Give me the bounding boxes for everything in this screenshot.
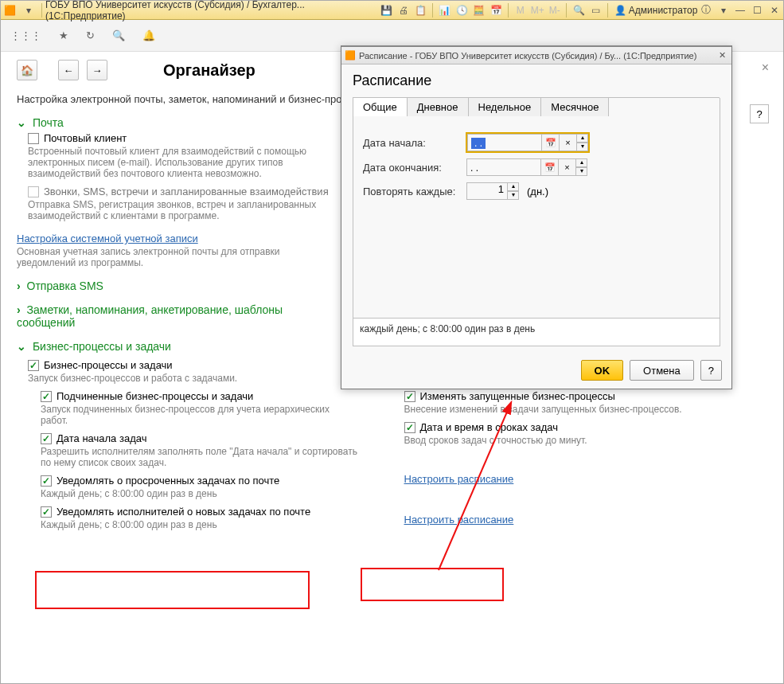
minimize-icon[interactable]: — — [733, 3, 747, 18]
help-button[interactable]: ? — [750, 104, 769, 123]
sched-new: Каждый день; с 8:00:00 один раз в день — [41, 519, 380, 530]
label-repeat: Повторять каждые: — [363, 186, 458, 197]
desc-sub-bp: Запуск подчиненных бизнес-процессов для … — [41, 404, 359, 426]
tab-monthly[interactable]: Месячное — [540, 97, 609, 116]
forward-button[interactable]: → — [87, 60, 107, 80]
label-notify-overdue: Уведомлять о просроченных задачах по поч… — [57, 475, 279, 487]
calculator-icon[interactable]: 🧮 — [472, 3, 486, 18]
stats-icon[interactable]: 📊 — [438, 3, 451, 18]
checkbox-mail-client[interactable] — [28, 133, 39, 144]
dialog-close-icon[interactable]: ✕ — [716, 49, 728, 62]
history-icon[interactable]: ↻ — [86, 29, 95, 41]
tab-weekly[interactable]: Недельное — [468, 97, 542, 116]
checkbox-bp-enable[interactable] — [28, 360, 39, 371]
close-icon[interactable]: ✕ — [767, 3, 781, 18]
dialog-window-title: Расписание - ГОБУ ВПО Университет искусс… — [359, 51, 716, 61]
save-disk-icon[interactable]: 💾 — [380, 3, 393, 18]
window-title: ГОБУ ВПО Университет искусств (Субсидия)… — [45, 0, 378, 21]
dialog-title: Расписание — [353, 72, 720, 89]
desc-other-interact: Отправка SMS, регистрация звонков, встре… — [28, 199, 346, 221]
calendar-picker-icon[interactable]: 📅 — [541, 158, 559, 176]
label-sub-bp: Подчиненные бизнес-процессы и задачи — [57, 390, 253, 402]
grid-icon[interactable]: ⋮⋮⋮ — [10, 29, 41, 41]
link-configure-schedule-1[interactable]: Настроить расписание — [404, 473, 514, 485]
spinner[interactable]: ▴▾ — [508, 182, 519, 200]
page-icon[interactable]: ▭ — [589, 3, 603, 18]
link-system-account[interactable]: Настройка системной учетной записи — [17, 233, 198, 244]
start-date-input-wrap: . . 📅 × ▴▾ — [466, 133, 589, 152]
user-icon[interactable]: 👤 — [613, 3, 626, 18]
label-start-date: Дата начала: — [363, 137, 458, 149]
schedule-summary: каждый день; с 8:00:00 один раз в день — [353, 318, 720, 346]
desc-change-bp: Внесение изменений в задачи запущенных б… — [404, 404, 723, 415]
repeat-unit: (дн.) — [527, 186, 548, 197]
desc-system-account: Основная учетная запись электронной почт… — [17, 246, 335, 268]
ok-button[interactable]: OK — [581, 360, 624, 381]
repeat-input-wrap: 1 ▴▾ — [466, 182, 519, 200]
checkbox-start-date[interactable] — [41, 433, 52, 444]
checkbox-change-bp[interactable] — [404, 391, 415, 402]
dialog-app-icon: 🟧 — [345, 50, 356, 61]
bell-icon[interactable]: 🔔 — [142, 29, 155, 41]
spinner[interactable]: ▴▾ — [576, 158, 587, 176]
label-mail-client: Почтовый клиент — [44, 132, 127, 144]
clear-icon[interactable]: × — [559, 158, 576, 176]
label-bp-enable: Бизнес-процессы и задачи — [44, 359, 173, 371]
label-end-date: Дата окончания: — [363, 162, 458, 174]
maximize-icon[interactable]: ☐ — [751, 3, 764, 18]
label-notify-new: Уведомлять исполнителей о новых задачах … — [57, 506, 310, 518]
checkbox-datetime[interactable] — [404, 422, 415, 433]
dropdown-icon[interactable]: ▾ — [21, 3, 35, 18]
chevron-down-icon: ⌄ — [17, 340, 26, 353]
section-notes[interactable]: › Заметки, напоминания, анкетирование, ш… — [17, 303, 327, 329]
checkbox-notify-new[interactable] — [41, 506, 52, 518]
link-configure-schedule-2[interactable]: Настроить расписание — [404, 514, 514, 526]
schedule-dialog: 🟧 Расписание - ГОБУ ВПО Университет иску… — [341, 45, 732, 389]
desc-bp-enable: Запуск бизнес-процессов и работа с задач… — [28, 373, 346, 384]
chevron-right-icon: › — [17, 279, 21, 292]
m-minus-icon: M- — [548, 3, 561, 18]
desc-mail-client: Встроенный почтовый клиент для взаимодей… — [28, 146, 346, 179]
tab-common[interactable]: Общие — [353, 97, 408, 116]
user-name[interactable]: Администратор — [629, 5, 698, 16]
info-icon[interactable]: ⓘ — [699, 3, 712, 18]
calendar-icon[interactable]: 📅 — [490, 3, 503, 18]
desc-datetime: Ввод сроков задач с точностью до минут. — [404, 435, 723, 446]
m-icon: M — [513, 3, 527, 18]
spinner[interactable]: ▴▾ — [577, 134, 588, 151]
search-icon[interactable]: 🔍 — [112, 29, 125, 41]
copy-icon[interactable]: 📋 — [414, 3, 427, 18]
home-button[interactable]: 🏠 — [17, 60, 37, 80]
app-icon: 🟧 — [3, 3, 17, 18]
end-date-input[interactable]: . . — [466, 158, 541, 176]
chevron-right-icon: › — [17, 303, 21, 316]
panel-close-icon[interactable]: × — [762, 61, 769, 75]
dialog-titlebar: 🟧 Расписание - ГОБУ ВПО Университет иску… — [341, 47, 731, 64]
dialog-help-button[interactable]: ? — [700, 360, 722, 381]
checkbox-sub-bp[interactable] — [41, 391, 52, 402]
zoom-icon[interactable]: 🔍 — [571, 3, 585, 18]
dropdown2-icon[interactable]: ▾ — [716, 3, 730, 18]
start-date-input[interactable]: . . — [467, 134, 542, 151]
tabset: Общие Дневное Недельное Месячное Дата на… — [353, 97, 720, 325]
titlebar: 🟧 ▾ ГОБУ ВПО Университет искусств (Субси… — [1, 1, 783, 20]
clear-icon[interactable]: × — [560, 134, 577, 151]
chevron-down-icon: ⌄ — [17, 116, 26, 129]
clock-icon[interactable]: 🕓 — [455, 3, 469, 18]
checkbox-notify-overdue[interactable] — [41, 475, 52, 487]
repeat-input[interactable]: 1 — [466, 182, 508, 200]
cancel-button[interactable]: Отмена — [630, 360, 694, 381]
label-start-date: Дата начала задач — [57, 432, 146, 444]
page-title: Органайзер — [163, 61, 255, 80]
back-button[interactable]: ← — [58, 60, 79, 80]
label-datetime: Дата и время в сроках задач — [420, 421, 559, 433]
star-icon[interactable]: ★ — [59, 29, 68, 41]
app-window: 🟧 ▾ ГОБУ ВПО Университет искусств (Субси… — [0, 0, 784, 684]
print-icon[interactable]: 🖨 — [396, 3, 410, 18]
calendar-picker-icon[interactable]: 📅 — [542, 134, 560, 151]
sched-overdue: Каждый день; с 8:00:00 один раз в день — [41, 488, 380, 499]
tab-daily[interactable]: Дневное — [407, 97, 469, 116]
m-plus-icon: M+ — [530, 3, 544, 18]
desc-start-date: Разрешить исполнителям заполнять поле "Д… — [41, 446, 359, 468]
label-other-interact: Звонки, SMS, встречи и запланированные в… — [44, 186, 329, 197]
